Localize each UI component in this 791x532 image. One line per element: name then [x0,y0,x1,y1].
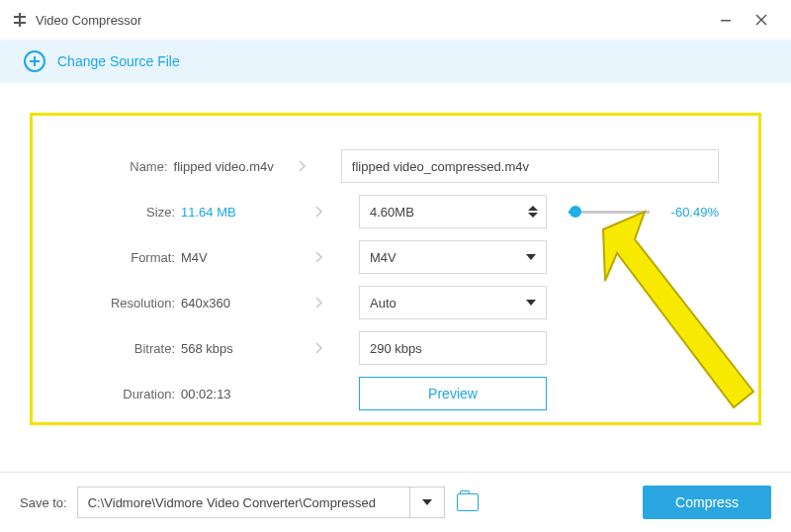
svg-rect-3 [721,20,731,22]
window-title: Video Compressor [36,13,708,28]
output-size-stepper[interactable]: 4.60MB [359,195,547,228]
size-spinner[interactable] [526,200,540,223]
slider-thumb[interactable] [570,206,581,218]
label-duration: Duration: [72,387,181,401]
chevron-right-icon [293,156,311,176]
label-size: Size: [72,205,181,220]
size-slider-wrap: -60.49% [569,205,719,220]
output-bitrate-value: 290 kbps [370,341,422,356]
title-bar: Video Compressor [0,0,791,40]
output-size-value: 4.60MB [370,205,414,220]
close-button[interactable] [744,4,779,36]
chevron-down-icon [526,254,536,260]
preview-button[interactable]: Preview [359,377,547,410]
label-name: Name: [72,159,174,174]
minimize-button[interactable] [708,4,744,36]
bottom-bar: Save to: Compress [0,473,791,532]
output-resolution-value: Auto [370,296,396,310]
chevron-right-icon [309,293,329,312]
save-to-label: Save to: [20,495,67,510]
chevron-right-icon [309,338,329,358]
row-resolution: Resolution: 640x360 Auto [72,280,719,325]
source-bitrate: 568 kbps [181,341,309,356]
add-source-icon[interactable] [24,50,45,72]
source-duration: 00:02:13 [181,387,309,401]
output-format-select[interactable]: M4V [359,240,547,274]
output-bitrate-input[interactable]: 290 kbps [359,331,547,365]
size-percent: -60.49% [663,205,719,220]
label-bitrate: Bitrate: [72,341,181,356]
save-path-dropdown[interactable] [409,487,445,518]
compress-button[interactable]: Compress [643,486,771,519]
source-bar: Change Source File [0,40,791,83]
row-name: Name: flipped video.m4v [72,143,719,189]
label-format: Format: [72,250,181,265]
size-slider[interactable] [569,211,650,214]
change-source-link[interactable]: Change Source File [57,53,180,69]
label-resolution: Resolution: [72,296,181,310]
source-format: M4V [181,250,309,265]
row-size: Size: 11.64 MB 4.60MB -60.49% [72,189,719,234]
settings-panel: Name: flipped video.m4v Size: 11.64 MB 4… [30,113,761,425]
source-name: flipped video.m4v [174,159,294,174]
row-duration: Duration: 00:02:13 Preview [72,371,719,416]
output-format-value: M4V [370,250,396,265]
row-bitrate: Bitrate: 568 kbps 290 kbps [72,325,719,371]
chevron-down-icon [526,300,536,306]
save-path-input[interactable] [77,487,409,518]
chevron-right-icon [309,247,329,267]
output-name-input[interactable] [341,149,719,183]
save-path-box [77,487,445,518]
svg-rect-2 [19,13,21,27]
output-resolution-select[interactable]: Auto [359,286,547,319]
open-folder-icon[interactable] [457,493,479,511]
chevron-right-icon [309,202,329,222]
source-resolution: 640x360 [181,296,309,310]
row-format: Format: M4V M4V [72,234,719,280]
app-icon [12,12,28,28]
source-size: 11.64 MB [181,205,309,220]
